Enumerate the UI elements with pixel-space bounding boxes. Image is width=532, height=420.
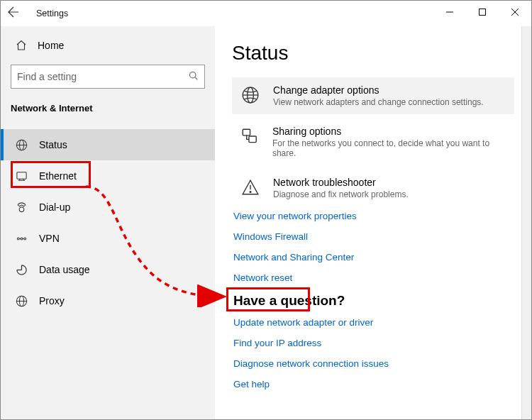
home-icon <box>15 39 28 52</box>
sidebar-section-label: Network & Internet <box>1 94 215 121</box>
question-heading: Have a question? <box>233 293 514 309</box>
globe-icon <box>239 84 262 107</box>
svg-point-12 <box>21 238 23 240</box>
sidebar-home[interactable]: Home <box>1 32 215 59</box>
ethernet-icon <box>15 170 28 182</box>
sidebar-item-label: Status <box>39 139 67 150</box>
svg-point-4 <box>189 72 195 77</box>
search-icon <box>189 71 199 83</box>
link-update-driver[interactable]: Update network adapter or driver <box>233 317 514 328</box>
sharing-icon <box>239 126 261 148</box>
window-title: Settings <box>36 9 68 18</box>
option-title: Network troubleshooter <box>273 177 409 188</box>
option-change-adapter[interactable]: Change adapter options View network adap… <box>232 77 514 114</box>
option-desc: Diagnose and fix network problems. <box>273 189 409 199</box>
close-button[interactable] <box>499 1 531 23</box>
status-icon <box>15 138 28 151</box>
svg-rect-9 <box>16 172 26 178</box>
vpn-icon <box>15 232 28 245</box>
maximize-button[interactable] <box>466 1 499 23</box>
option-title: Change adapter options <box>273 84 484 96</box>
sidebar-item-label: VPN <box>39 233 60 244</box>
svg-rect-1 <box>480 9 486 16</box>
search-box[interactable] <box>11 65 205 89</box>
back-button[interactable] <box>8 6 36 21</box>
dialup-icon <box>15 201 28 214</box>
proxy-icon <box>15 294 28 307</box>
window-controls <box>433 1 531 23</box>
link-get-help[interactable]: Get help <box>233 379 514 389</box>
sidebar: Home Network & Internet Statu <box>1 26 215 419</box>
search-input[interactable] <box>17 71 189 82</box>
warning-icon <box>239 177 262 199</box>
sidebar-item-dialup[interactable]: Dial-up <box>1 192 215 223</box>
option-title: Sharing options <box>272 126 507 137</box>
link-find-ip[interactable]: Find your IP address <box>233 338 514 348</box>
sidebar-item-vpn[interactable]: VPN <box>1 223 215 254</box>
link-view-properties[interactable]: View your network properties <box>233 211 514 221</box>
page-title: Status <box>232 42 514 65</box>
svg-point-11 <box>17 238 19 240</box>
sidebar-item-datausage[interactable]: Data usage <box>1 254 215 285</box>
svg-point-13 <box>23 238 26 240</box>
link-network-sharing-center[interactable]: Network and Sharing Center <box>233 252 514 262</box>
option-sharing[interactable]: Sharing options For the networks you con… <box>232 118 514 165</box>
option-desc: View network adapters and change connect… <box>273 97 484 107</box>
option-troubleshooter[interactable]: Network troubleshooter Diagnose and fix … <box>232 170 514 206</box>
link-diagnose-connection[interactable]: Diagnose network connection issues <box>233 358 514 369</box>
link-network-reset[interactable]: Network reset <box>233 272 514 283</box>
svg-line-5 <box>195 77 197 79</box>
main-content: Status Change adapter options View netwo… <box>215 26 531 419</box>
svg-rect-25 <box>249 136 256 143</box>
sidebar-item-label: Proxy <box>39 295 65 306</box>
data-usage-icon <box>15 263 28 276</box>
sidebar-item-label: Ethernet <box>39 170 77 182</box>
sidebar-item-status[interactable]: Status <box>1 129 215 160</box>
option-desc: For the networks you connect to, decide … <box>272 138 507 158</box>
sidebar-home-label: Home <box>38 40 64 51</box>
scrollbar[interactable] <box>521 26 531 419</box>
link-windows-firewall[interactable]: Windows Firewall <box>233 231 514 242</box>
svg-point-10 <box>19 207 24 212</box>
svg-rect-24 <box>243 129 250 136</box>
sidebar-item-label: Dial-up <box>39 201 70 213</box>
minimize-button[interactable] <box>433 1 466 23</box>
sidebar-item-proxy[interactable]: Proxy <box>1 285 215 316</box>
svg-point-27 <box>250 192 251 193</box>
sidebar-item-ethernet[interactable]: Ethernet <box>1 160 215 192</box>
sidebar-item-label: Data usage <box>39 264 90 275</box>
